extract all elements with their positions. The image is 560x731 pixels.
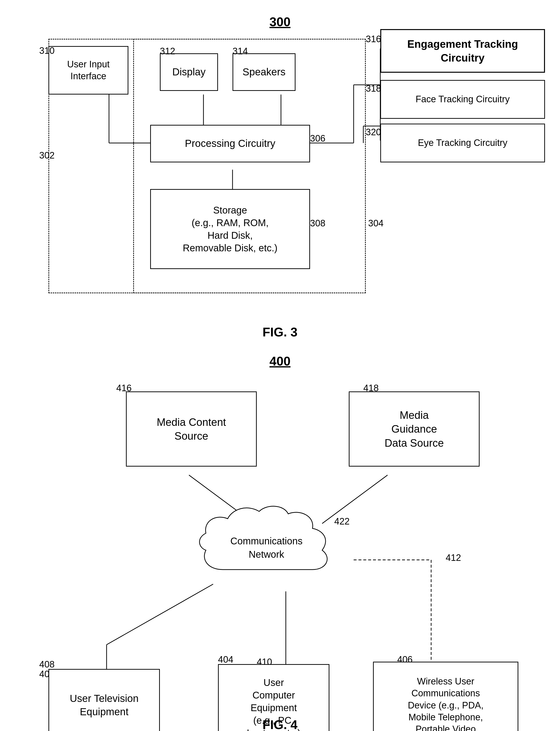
fig4-label: FIG. 4 xyxy=(263,717,297,731)
cloud-network-text: Communications Network xyxy=(230,535,303,561)
fig3-label: FIG. 3 xyxy=(263,325,297,339)
ref-308: 308 xyxy=(310,218,325,228)
fig3-title: 300 xyxy=(270,15,291,29)
ref-314: 314 xyxy=(233,46,248,56)
fig3-container: 300 302 30 xyxy=(19,15,541,339)
box-user-tv: User Television Equipment xyxy=(48,669,160,731)
box-media-content: Media Content Source xyxy=(126,392,257,467)
ref-320: 320 xyxy=(366,127,381,137)
ref-316: 316 xyxy=(366,34,381,44)
box-engagement: Engagement Tracking Circuitry xyxy=(380,29,545,73)
fig4-title: 400 xyxy=(270,354,291,369)
cloud-comm-network: Communications Network xyxy=(194,502,339,594)
box-media-guidance: Media Guidance Data Source xyxy=(349,392,480,467)
page: 300 302 30 xyxy=(0,0,560,731)
ref-318: 318 xyxy=(366,83,381,94)
box-speakers: Speakers xyxy=(233,53,296,91)
ref-312: 312 xyxy=(160,46,175,56)
box-user-input: User Input Interface xyxy=(48,46,128,94)
ref-306: 306 xyxy=(310,133,325,144)
ref-302: 302 xyxy=(39,150,54,161)
box-wireless-device: Wireless User Communications Device (e.g… xyxy=(373,662,518,731)
fig4-container: 400 416 Media Content Source 41 xyxy=(19,354,541,731)
ref-404: 404 xyxy=(218,654,233,665)
ref-412: 412 xyxy=(446,553,461,563)
ref-408: 408 xyxy=(39,659,54,670)
box-processing: Processing Circuitry xyxy=(150,125,310,162)
box-display: Display xyxy=(160,53,218,91)
ref-304: 304 xyxy=(368,218,383,228)
ref-310: 310 xyxy=(39,46,54,56)
box-face-tracking: Face Tracking Circuitry xyxy=(380,80,545,119)
box-eye-tracking: Eye Tracking Circuitry xyxy=(380,124,545,162)
box-storage: Storage (e.g., RAM, ROM, Hard Disk, Remo… xyxy=(150,189,310,269)
